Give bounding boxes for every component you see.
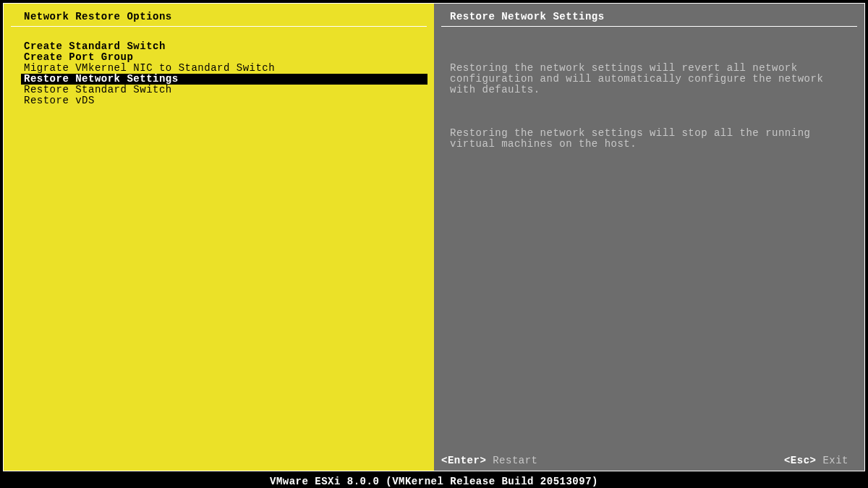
menu-item-4[interactable]: Restore Standard Switch [24, 85, 427, 95]
hint-enter-key: <Enter> [441, 455, 486, 466]
dcui-screen: Network Restore Options Create Standard … [3, 3, 865, 471]
hint-esc-key: <Esc> [784, 455, 817, 466]
hint-enter-label: Restart [486, 455, 537, 466]
right-pane-rule [441, 26, 857, 27]
description-p1: Restoring the network settings will reve… [450, 63, 848, 95]
description: Restoring the network settings will reve… [450, 41, 848, 182]
left-pane-rule [11, 26, 427, 27]
menu-item-0[interactable]: Create Standard Switch [24, 41, 427, 52]
menu-item-1[interactable]: Create Port Group [24, 52, 427, 63]
right-pane: Restore Network Settings Restoring the n… [434, 4, 864, 471]
left-pane-title: Network Restore Options [24, 11, 172, 22]
hint-enter[interactable]: <Enter> Restart [441, 455, 538, 466]
hint-esc[interactable]: <Esc> Exit [784, 455, 848, 466]
product-bar: VMware ESXi 8.0.0 (VMKernel Release Buil… [0, 475, 868, 488]
hint-esc-label: Exit [816, 455, 848, 466]
key-hints: <Enter> Restart <Esc> Exit [441, 455, 848, 466]
left-pane: Network Restore Options Create Standard … [4, 4, 434, 471]
menu-item-3[interactable]: Restore Network Settings [21, 74, 427, 85]
menu-list: Create Standard SwitchCreate Port GroupM… [24, 41, 427, 106]
description-p2: Restoring the network settings will stop… [450, 128, 848, 150]
right-pane-title: Restore Network Settings [450, 11, 605, 22]
menu-item-2[interactable]: Migrate VMkernel NIC to Standard Switch [24, 63, 427, 74]
menu-item-5[interactable]: Restore vDS [24, 95, 427, 106]
